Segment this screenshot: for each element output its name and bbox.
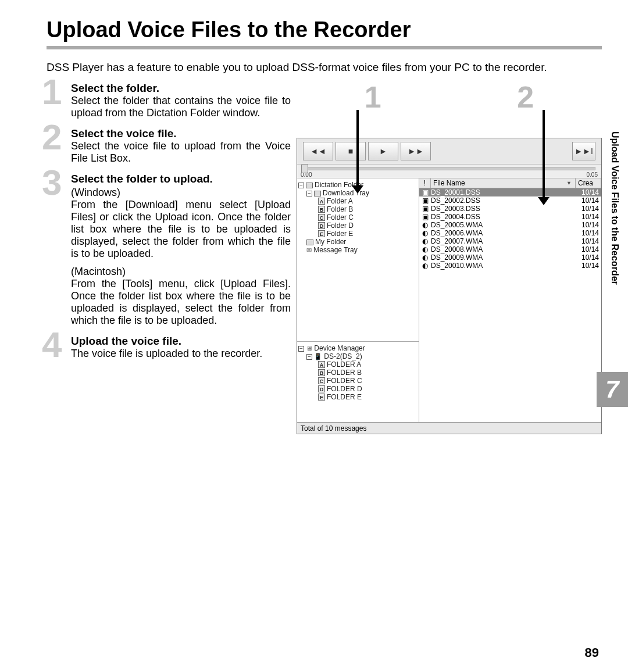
file-type-icon: ▣ bbox=[420, 213, 430, 221]
device-folder[interactable]: FOLDER A bbox=[327, 360, 361, 369]
device-tree[interactable]: −🖥 Device Manager −📱 DS-2(DS_2) AFOLDER … bbox=[297, 341, 419, 423]
collapse-icon[interactable]: − bbox=[306, 191, 312, 196]
file-row[interactable]: ▣DS_20002.DSS10/14 bbox=[419, 196, 601, 205]
collapse-icon[interactable]: − bbox=[306, 354, 312, 360]
collapse-icon[interactable]: − bbox=[298, 346, 304, 352]
header-priority[interactable]: ! bbox=[419, 178, 431, 188]
file-name: DS_20007.WMA bbox=[430, 237, 575, 245]
tray-icon bbox=[314, 191, 321, 196]
collapse-icon[interactable]: − bbox=[298, 183, 304, 188]
folder-letter-icon: E bbox=[318, 394, 325, 401]
ruler-end: 0.05 bbox=[587, 171, 598, 178]
file-date: 10/14 bbox=[575, 237, 600, 245]
step-body: The voice file is uploaded to the record… bbox=[71, 348, 291, 360]
recorder-icon: 📱 bbox=[314, 353, 322, 360]
tree-folder[interactable]: Folder C bbox=[327, 213, 354, 221]
file-name: DS_20008.WMA bbox=[430, 245, 575, 253]
playback-toolbar: ◄◄ ■ ► ►► ►►I bbox=[297, 138, 601, 165]
file-date: 10/14 bbox=[575, 245, 600, 253]
folder-icon bbox=[306, 240, 313, 245]
file-date: 10/14 bbox=[575, 262, 600, 270]
slider-knob[interactable] bbox=[301, 164, 308, 173]
tree-folder[interactable]: Folder D bbox=[327, 221, 354, 230]
file-name: DS_20006.WMA bbox=[430, 229, 575, 237]
file-date: 10/14 bbox=[575, 221, 600, 229]
device-root[interactable]: Device Manager bbox=[314, 344, 365, 352]
file-row[interactable]: ◐DS_20007.WMA10/14 bbox=[419, 237, 601, 245]
device-folder[interactable]: FOLDER D bbox=[327, 385, 362, 393]
file-row[interactable]: ◐DS_20008.WMA10/14 bbox=[419, 245, 601, 253]
file-name: DS_20010.WMA bbox=[430, 262, 575, 270]
tree-folder[interactable]: Folder A bbox=[327, 197, 353, 205]
header-filename-label: File Name bbox=[433, 179, 465, 187]
file-row[interactable]: ◐DS_20006.WMA10/14 bbox=[419, 229, 601, 237]
file-type-icon: ▣ bbox=[420, 196, 430, 205]
file-row[interactable]: ▣DS_20004.DSS10/14 bbox=[419, 213, 601, 221]
time-ruler: 0.00 0.05 bbox=[297, 171, 601, 178]
message-icon: ✉ bbox=[306, 246, 312, 253]
file-list[interactable]: ! File Name▼ Crea ▣DS_20001.DSS10/14▣DS_… bbox=[419, 178, 601, 341]
file-type-icon: ◐ bbox=[420, 262, 430, 270]
file-row[interactable]: ◐DS_20009.WMA10/14 bbox=[419, 253, 601, 262]
platform-mac: (Macintosh) bbox=[71, 266, 291, 278]
folder-tree[interactable]: −Dictation Folder −Download Tray AFolder… bbox=[297, 178, 419, 341]
device-folder[interactable]: FOLDER E bbox=[327, 393, 362, 401]
status-bar: Total of 10 messages bbox=[297, 423, 601, 434]
platform-windows: (Windows) bbox=[71, 187, 291, 199]
device-manager-icon: 🖥 bbox=[306, 345, 312, 352]
file-name: DS_20009.WMA bbox=[430, 253, 575, 262]
file-date: 10/14 bbox=[575, 205, 600, 213]
callout-2: 2 bbox=[449, 82, 602, 112]
step-title: Select the folder to upload. bbox=[71, 173, 291, 185]
step-body: Select the voice file to upload from the… bbox=[71, 140, 291, 165]
file-name: DS_20003.DSS bbox=[430, 205, 575, 213]
play-button[interactable]: ► bbox=[368, 142, 398, 160]
folder-letter-icon: D bbox=[318, 385, 325, 392]
step-body-windows: From the [Download] menu select [Upload … bbox=[71, 199, 291, 260]
file-type-icon: ◐ bbox=[420, 229, 430, 237]
tree-folder[interactable]: Folder E bbox=[327, 230, 353, 238]
folder-letter-icon: A bbox=[318, 198, 325, 205]
file-date: 10/14 bbox=[575, 196, 600, 205]
header-filename[interactable]: File Name▼ bbox=[431, 178, 576, 188]
device-folder[interactable]: FOLDER C bbox=[327, 377, 362, 385]
file-list-header: ! File Name▼ Crea bbox=[419, 178, 601, 188]
step-title: Select the voice file. bbox=[71, 127, 291, 140]
tree-folder[interactable]: Folder B bbox=[327, 205, 353, 213]
folder-letter-icon: D bbox=[318, 222, 325, 229]
intro-text: DSS Player has a feature to enable you t… bbox=[47, 61, 602, 74]
tree-message-tray[interactable]: Message Tray bbox=[313, 246, 357, 254]
file-date: 10/14 bbox=[575, 188, 600, 196]
rewind-button[interactable]: ◄◄ bbox=[303, 142, 333, 160]
file-row[interactable]: ▣DS_20003.DSS10/14 bbox=[419, 205, 601, 213]
file-row[interactable]: ▣DS_20001.DSS10/14 bbox=[419, 188, 601, 196]
header-created[interactable]: Crea bbox=[576, 178, 601, 188]
file-row[interactable]: ◐DS_20010.WMA10/14 bbox=[419, 262, 601, 270]
skip-next-button[interactable]: ►►I bbox=[572, 142, 595, 160]
step-1: 1 Select the folder. Select the folder t… bbox=[47, 82, 291, 119]
file-row[interactable]: ◐DS_20005.WMA10/14 bbox=[419, 221, 601, 229]
step-3: 3 Select the folder to upload. (Windows)… bbox=[47, 173, 291, 327]
folder-letter-icon: C bbox=[318, 377, 325, 384]
screenshot-column: 1 2 ◄◄ ■ ► ►► ►►I 0.00 0.05 bbox=[297, 82, 602, 434]
side-tab-label: Upload Voice Files to the Recorder bbox=[609, 131, 620, 285]
device-folder[interactable]: FOLDER B bbox=[327, 369, 362, 377]
folder-letter-icon: B bbox=[318, 206, 325, 213]
step-number: 3 bbox=[42, 165, 62, 201]
device-name[interactable]: DS-2(DS_2) bbox=[324, 352, 362, 360]
playback-slider[interactable] bbox=[297, 165, 601, 171]
step-2: 2 Select the voice file. Select the voic… bbox=[47, 127, 291, 165]
folder-letter-icon: A bbox=[318, 361, 325, 368]
callout-number: 2 bbox=[449, 82, 602, 112]
callout-number: 1 bbox=[297, 82, 449, 112]
step-title: Select the folder. bbox=[71, 82, 291, 95]
fastforward-button[interactable]: ►► bbox=[401, 142, 431, 160]
file-type-icon: ◐ bbox=[420, 253, 430, 262]
file-name: DS_20004.DSS bbox=[430, 213, 575, 221]
page-title: Upload Voice Files to the Recorder bbox=[47, 17, 602, 42]
file-date: 10/14 bbox=[575, 213, 600, 221]
step-number: 1 bbox=[42, 74, 62, 110]
folder-letter-icon: B bbox=[318, 369, 325, 376]
step-title: Upload the voice file. bbox=[71, 335, 291, 348]
tree-my-folder[interactable]: My Folder bbox=[315, 238, 346, 246]
